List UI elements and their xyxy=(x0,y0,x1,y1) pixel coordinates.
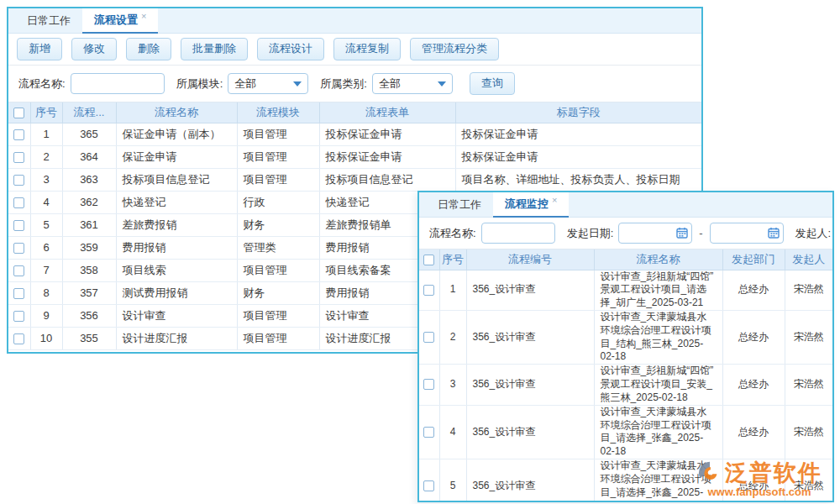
row-checkbox[interactable] xyxy=(13,152,24,163)
table-row[interactable]: 3 356_设计审查 设计审查_彭祖新城“四馆”景观工程设计项目_安装_熊三林_… xyxy=(419,365,832,405)
row-checkbox[interactable] xyxy=(423,480,434,491)
process-copy-button[interactable]: 流程复制 xyxy=(333,38,401,60)
process-design-button[interactable]: 流程设计 xyxy=(257,38,324,60)
tab-close-icon[interactable]: × xyxy=(552,195,557,205)
tab-daily-work[interactable]: 日常工作 xyxy=(426,192,493,217)
row-checkbox[interactable] xyxy=(13,265,24,276)
calendar-icon[interactable] xyxy=(676,227,688,239)
search-button[interactable]: 查询 xyxy=(470,72,515,94)
table-header-row: 序号 流程编号 流程名称 发起部门 发起人 xyxy=(419,249,832,270)
process-name-input[interactable] xyxy=(481,223,555,244)
manage-category-button[interactable]: 管理流程分类 xyxy=(410,38,499,60)
tab-daily-work[interactable]: 日常工作 xyxy=(15,8,82,33)
table-row[interactable]: 2 364 保证金申请 项目管理 投标保证金申请 投标保证金申请 xyxy=(8,145,701,168)
row-checkbox[interactable] xyxy=(423,379,434,390)
col-code: 流程编号 xyxy=(466,249,594,270)
row-checkbox[interactable] xyxy=(13,333,24,344)
chevron-down-icon xyxy=(438,81,446,87)
row-checkbox[interactable] xyxy=(13,129,24,140)
desktop: 日常工作 流程设置 × 新增 修改 删除 批量删除 流程设计 流程复制 管理流程… xyxy=(0,0,840,504)
module-select[interactable]: 全部 xyxy=(228,73,308,94)
edit-button[interactable]: 修改 xyxy=(71,38,117,60)
tab-process-monitor[interactable]: 流程监控 × xyxy=(493,192,569,218)
table-row[interactable]: 3 363 投标项目信息登记 项目管理 投标项目信息登记 项目名称、详细地址、投… xyxy=(8,168,701,191)
category-label: 所属类别: xyxy=(320,76,367,92)
settings-tabbar: 日常工作 流程设置 × xyxy=(8,8,701,34)
row-checkbox[interactable] xyxy=(13,197,24,208)
table-row[interactable]: 1 356_设计审查 设计审查_彭祖新城“四馆”景观工程设计项目_请选择_胡广生… xyxy=(419,270,832,310)
add-button[interactable]: 新增 xyxy=(17,38,62,60)
row-checkbox[interactable] xyxy=(423,332,434,343)
table-header-row: 序号 流程... 流程名称 流程模块 流程表单 标题字段 xyxy=(8,102,701,123)
date-to-field[interactable] xyxy=(710,223,784,244)
initiator-label: 发起人: xyxy=(795,226,832,241)
process-name-label: 流程名称: xyxy=(429,226,476,241)
col-form: 流程表单 xyxy=(319,102,455,123)
row-checkbox[interactable] xyxy=(13,288,24,299)
row-checkbox[interactable] xyxy=(13,175,24,186)
settings-toolbar: 新增 修改 删除 批量删除 流程设计 流程复制 管理流程分类 xyxy=(8,34,701,66)
monitor-filterbar: 流程名称: 发起日期: - xyxy=(419,218,832,249)
row-checkbox[interactable] xyxy=(13,311,24,322)
date-range-separator: - xyxy=(699,227,702,239)
process-name-input[interactable] xyxy=(71,73,165,94)
table-row[interactable]: 1 365 保证金申请（副本） 项目管理 投标保证金申请 投标保证金申请 xyxy=(8,123,701,145)
chevron-down-icon xyxy=(293,81,302,87)
process-name-label: 流程名称: xyxy=(18,76,66,92)
settings-filterbar: 流程名称: 所属模块: 全部 所属类别: 全部 查询 xyxy=(8,66,701,102)
row-checkbox[interactable] xyxy=(13,220,24,231)
table-row[interactable]: 2 356_设计审查 设计审查_天津蒙城县水环境综合治理工程设计项目_结构_熊三… xyxy=(419,310,832,364)
col-seq: 序号 xyxy=(439,249,466,270)
select-all-checkbox[interactable] xyxy=(423,255,434,265)
row-checkbox[interactable] xyxy=(13,243,24,254)
tab-process-settings[interactable]: 流程设置 × xyxy=(82,8,158,34)
process-monitor-window: 日常工作 流程监控 × 流程名称: 发起日期: xyxy=(417,191,834,502)
col-initiator: 发起人 xyxy=(785,249,832,270)
calendar-icon[interactable] xyxy=(768,227,780,239)
process-monitor-table: 序号 流程编号 流程名称 发起部门 发起人 1 356_设计审查 设计审查_彭祖… xyxy=(419,249,832,502)
col-seq: 序号 xyxy=(30,102,62,123)
category-select[interactable]: 全部 xyxy=(372,73,453,94)
delete-button[interactable]: 删除 xyxy=(126,38,171,60)
start-date-label: 发起日期: xyxy=(567,226,614,241)
col-name: 流程名称 xyxy=(116,102,237,123)
tab-close-icon[interactable]: × xyxy=(141,11,146,21)
table-row[interactable]: 4 356_设计审查 设计审查_天津蒙城县水环境综合治理工程设计项目_请选择_张… xyxy=(419,405,832,459)
col-dept: 发起部门 xyxy=(722,249,785,270)
col-module: 流程模块 xyxy=(237,102,319,123)
row-checkbox[interactable] xyxy=(423,427,434,438)
col-name: 流程名称 xyxy=(594,249,722,270)
monitor-tabbar: 日常工作 流程监控 × xyxy=(419,192,832,218)
select-all-checkbox[interactable] xyxy=(13,108,24,118)
col-id: 流程... xyxy=(62,102,116,123)
module-label: 所属模块: xyxy=(176,76,223,92)
table-row[interactable]: 5 356_设计审查 设计审查_天津蒙城县水环境综合治理工程设计项目_请选择_张… xyxy=(419,459,832,502)
date-from-field[interactable] xyxy=(618,223,692,244)
col-title: 标题字段 xyxy=(455,102,701,123)
row-checkbox[interactable] xyxy=(423,285,434,296)
batch-delete-button[interactable]: 批量删除 xyxy=(181,38,248,60)
